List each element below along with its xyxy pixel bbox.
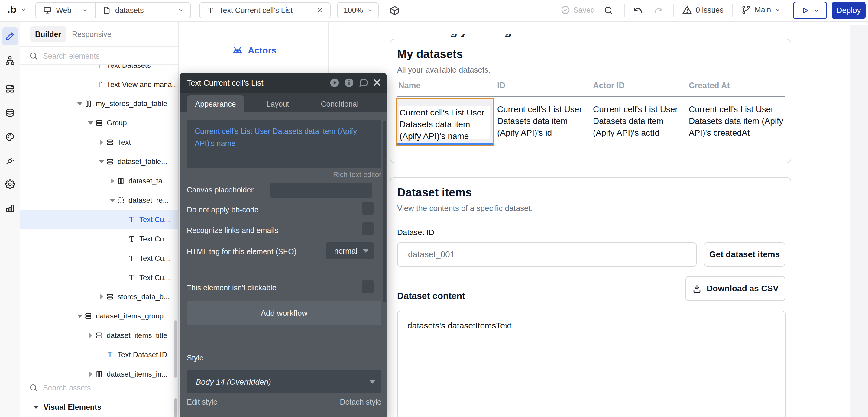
search-assets-input[interactable]	[42, 383, 143, 392]
dataset-id-input[interactable]	[407, 249, 681, 260]
edit-style-link[interactable]: Edit style	[187, 398, 217, 407]
caret-right-icon[interactable]	[97, 294, 106, 299]
canvas-placeholder-input[interactable]	[271, 183, 372, 198]
caret-down-icon[interactable]	[75, 102, 84, 105]
caret-right-icon[interactable]	[97, 139, 106, 145]
visual-elements-label: Visual Elements	[43, 403, 101, 412]
play-icon	[801, 6, 809, 15]
canvas-nav-actors[interactable]: Actors	[232, 45, 277, 56]
tree-item[interactable]: Group	[20, 113, 178, 133]
dataset-items-card: Dataset items View the contents of a spe…	[390, 177, 791, 417]
style-dropdown[interactable]: Body 14 (Overridden)	[187, 371, 381, 393]
close-icon[interactable]	[316, 7, 323, 14]
rich-text-editor-link[interactable]: Rich text editor	[333, 170, 381, 179]
search-button[interactable]	[603, 5, 614, 15]
content-expression-box[interactable]: Current cell's List User Datasets data i…	[187, 120, 381, 168]
preview-play-icon[interactable]	[330, 78, 340, 88]
preview-button[interactable]	[793, 1, 827, 19]
tree-item[interactable]: Text	[20, 133, 178, 152]
tree-scrollbar[interactable]	[174, 320, 177, 378]
inspector-header[interactable]: Text Current cell's List	[180, 72, 387, 93]
bubble-logo-menu[interactable]: .b	[7, 4, 27, 15]
caret-down-icon[interactable]	[108, 199, 117, 202]
tree-item[interactable]: stores_data_b...	[20, 287, 178, 307]
components-panel-icon[interactable]	[5, 84, 15, 94]
tree-item[interactable]: my_stores_data_table	[20, 94, 178, 113]
caret-down-icon[interactable]	[86, 122, 95, 125]
dataset-content-text: datasets's datasetItemsText	[407, 321, 512, 330]
text-element-icon: T	[207, 6, 214, 15]
canvas-right-gutter[interactable]	[850, 25, 868, 417]
components-button[interactable]	[389, 5, 400, 16]
plugins-plug-icon[interactable]	[5, 156, 15, 166]
assets-scrollbar[interactable]	[174, 398, 177, 417]
tree-item[interactable]: TText View and mana...	[20, 75, 178, 94]
caret-down-icon[interactable]	[75, 315, 84, 318]
dataset-id-label: Dataset ID	[397, 228, 434, 237]
caret-down-icon[interactable]	[97, 160, 106, 163]
tree-item[interactable]: TText Datasets	[20, 65, 178, 75]
get-dataset-items-label: Get dataset items	[709, 250, 780, 259]
text-element-icon: T	[95, 65, 103, 69]
check-circle-icon	[561, 5, 570, 15]
zoom-level: 100%	[344, 6, 363, 15]
cell-created-at[interactable]: Current cell's List User Datasets data i…	[689, 103, 788, 139]
caret-right-icon[interactable]	[108, 178, 117, 184]
tree-item[interactable]: dataset_items_title	[20, 326, 178, 345]
tree-item[interactable]: dataset_table...	[20, 152, 178, 171]
close-icon[interactable]	[372, 78, 383, 88]
tree-item-selected[interactable]: TText Cu...	[20, 210, 178, 229]
tree-item[interactable]: TText Cu...	[20, 268, 178, 287]
search-elements-input[interactable]	[42, 52, 143, 61]
caret-right-icon[interactable]	[86, 372, 95, 377]
cell-actor-id: Current cell's List User Datasets data i…	[593, 103, 681, 139]
tab-appearance[interactable]: Appearance	[187, 95, 244, 113]
get-dataset-items-button[interactable]: Get dataset items	[704, 242, 785, 266]
redo-button[interactable]	[653, 5, 664, 16]
html-tag-dropdown[interactable]: normal	[326, 242, 374, 259]
tab-conditional[interactable]: Conditional	[309, 95, 370, 113]
cell-id[interactable]: Current cell's List User Datasets data i…	[497, 103, 591, 139]
tab-builder[interactable]: Builder	[30, 26, 66, 42]
tree-item[interactable]: dataset_ta...	[20, 171, 178, 191]
tab-responsive[interactable]: Responsive	[72, 26, 112, 42]
design-pencil-icon[interactable]	[5, 31, 15, 41]
platform-selector[interactable]: Web	[36, 3, 95, 18]
tree-item[interactable]: TText Dataset ID	[20, 345, 178, 364]
settings-gear-icon[interactable]	[5, 180, 15, 189]
zoom-control[interactable]: 100%	[337, 2, 379, 19]
logs-chart-icon[interactable]	[5, 203, 15, 213]
issues-button[interactable]: 0 issues	[682, 5, 723, 15]
deploy-button[interactable]: Deploy	[832, 1, 866, 19]
visual-elements-section[interactable]: Visual Elements	[20, 397, 178, 417]
detach-style-link[interactable]: Detach style	[340, 398, 381, 407]
workflow-sitemap-icon[interactable]	[5, 56, 15, 65]
tree-item[interactable]: dataset_items_group	[20, 307, 178, 326]
add-workflow-button[interactable]: Add workflow	[187, 301, 381, 325]
undo-button[interactable]	[633, 5, 643, 16]
comment-icon[interactable]	[359, 78, 369, 88]
styles-palette-icon[interactable]	[5, 132, 15, 142]
page-selector[interactable]: datasets	[96, 3, 190, 18]
not-clickable-checkbox[interactable]	[362, 281, 374, 293]
recognize-links-checkbox[interactable]	[362, 222, 374, 235]
elements-panel: Builder Responsive TText Datasets TText …	[20, 21, 179, 417]
branch-selector[interactable]: Main	[741, 5, 781, 15]
panel-mode-tabs: Builder Responsive	[20, 21, 178, 47]
tree-item[interactable]: TText Cu...	[20, 229, 178, 249]
caret-right-icon[interactable]	[86, 333, 95, 338]
tree-item[interactable]: dataset_re...	[20, 191, 178, 210]
search-icon	[29, 383, 38, 392]
tree-item[interactable]: TText Cu...	[20, 249, 178, 268]
tree-item[interactable]: dataset_items_in...	[20, 364, 178, 379]
info-icon[interactable]	[344, 78, 354, 88]
saved-label: Saved	[573, 6, 595, 14]
database-icon[interactable]	[5, 108, 15, 118]
download-csv-button[interactable]: Download as CSV	[685, 276, 785, 301]
selected-text-element[interactable]: Current cell's List User Datasets data i…	[396, 98, 494, 146]
chevron-down-icon	[814, 7, 819, 13]
bbcode-checkbox[interactable]	[362, 202, 374, 215]
inspector-scrollbar[interactable]	[383, 121, 386, 302]
open-element-tab[interactable]: T Text Current cell's List	[199, 2, 331, 19]
tab-layout[interactable]: Layout	[255, 95, 301, 113]
